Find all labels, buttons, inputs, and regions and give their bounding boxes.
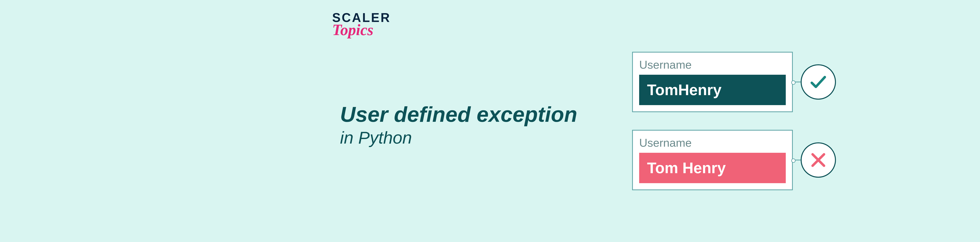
connector-line <box>793 81 801 82</box>
scaler-logo: SCALER Topics <box>332 12 391 39</box>
title-sub: in Python <box>340 128 577 148</box>
invalid-field-row: Username Tom Henry <box>632 130 836 190</box>
invalid-status-circle <box>801 142 836 178</box>
valid-field-input: TomHenry <box>639 75 786 105</box>
valid-field-row: Username TomHenry <box>632 52 836 112</box>
connector-line <box>793 160 801 161</box>
left-section: SCALER Topics User defined exception in … <box>340 94 577 148</box>
valid-status-circle <box>801 64 836 100</box>
valid-field-label: Username <box>639 58 786 71</box>
main-content: SCALER Topics User defined exception in … <box>340 52 836 190</box>
check-icon <box>808 72 828 92</box>
invalid-field-label: Username <box>639 136 786 149</box>
right-section: Username TomHenry Username Tom Henry <box>632 52 836 190</box>
valid-field-box: Username TomHenry <box>632 52 793 112</box>
title-main: User defined exception <box>340 102 577 126</box>
invalid-field-input: Tom Henry <box>639 153 786 183</box>
invalid-field-box: Username Tom Henry <box>632 130 793 190</box>
cross-icon <box>808 150 828 170</box>
title-block: User defined exception in Python <box>340 102 577 148</box>
